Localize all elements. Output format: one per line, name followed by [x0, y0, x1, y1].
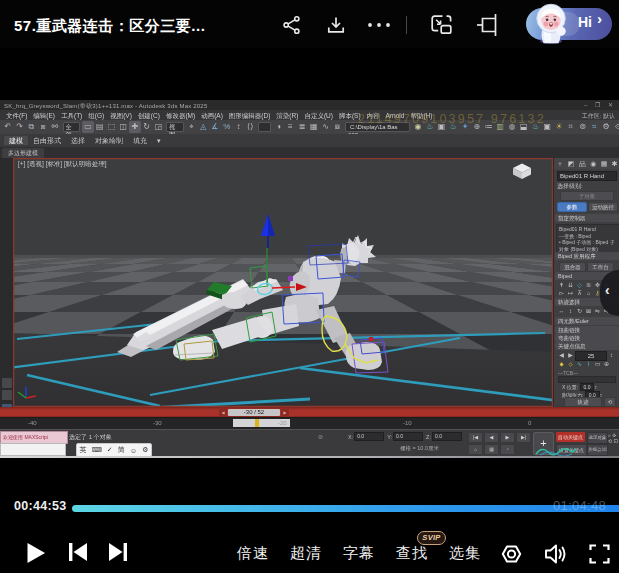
- playback-icon[interactable]: ◀: [484, 432, 499, 443]
- pip-icon[interactable]: [430, 14, 454, 34]
- rollout-bend-links[interactable]: 弯曲链接: [555, 334, 619, 342]
- share-icon[interactable]: [282, 15, 302, 35]
- fullscreen-icon[interactable]: [589, 544, 610, 568]
- command-panel-tab[interactable]: ✱: [612, 159, 618, 169]
- menu-item[interactable]: 动画(A): [198, 112, 226, 119]
- select-object-icon[interactable]: ▭: [82, 121, 94, 133]
- mixer-mode-icon[interactable]: ≋: [584, 281, 593, 289]
- time-slider-handle[interactable]: -30 / 52: [228, 409, 280, 416]
- lock-com-icon[interactable]: ⊠: [584, 307, 593, 315]
- menu-item[interactable]: 视图(V): [107, 112, 135, 119]
- ribbon-tab[interactable]: 建模: [4, 136, 28, 145]
- footstep-mode-icon[interactable]: ⇊: [566, 281, 575, 289]
- max-time-slider[interactable]: ◀ -30 / 52 ▶: [0, 407, 619, 417]
- play-button[interactable]: [26, 542, 46, 568]
- frame-forward-button[interactable]: ▶: [281, 409, 289, 416]
- ik-icon[interactable]: ⌇: [584, 360, 593, 368]
- maxscript-listener[interactable]: [0, 443, 66, 456]
- reference-coordsys-field[interactable]: 视图: [166, 122, 183, 132]
- frame-back-button[interactable]: ◀: [219, 409, 227, 416]
- trajectories-button[interactable]: 轨迹: [564, 397, 602, 406]
- menu-item[interactable]: 文件(F): [3, 112, 30, 119]
- menu-item[interactable]: 编辑(E): [30, 112, 58, 119]
- more-icon[interactable]: [367, 15, 391, 35]
- ribbon-tab[interactable]: 自由形式: [28, 136, 66, 145]
- menu-item[interactable]: 修改器(M): [163, 112, 198, 119]
- selection-filter-field[interactable]: 全部: [63, 122, 80, 132]
- next-episode-button[interactable]: [108, 542, 128, 566]
- coord-y-field[interactable]: 0.0: [393, 432, 423, 441]
- ribbon-tab[interactable]: 选择: [66, 136, 90, 145]
- command-panel-tab[interactable]: ▦: [601, 159, 608, 169]
- scale-stride-icon[interactable]: ⊼: [575, 289, 584, 297]
- rollout-biped-apps[interactable]: Biped 应用程序: [555, 252, 619, 260]
- volume-icon[interactable]: [544, 543, 568, 569]
- body-rotation-icon[interactable]: ↻: [575, 307, 584, 315]
- playback-speed-button[interactable]: 倍速: [237, 544, 269, 563]
- set-key-icon[interactable]: ⬥: [557, 360, 566, 368]
- ime-icon[interactable]: ⌨: [92, 446, 102, 454]
- command-panel-tab[interactable]: ◉: [590, 159, 596, 169]
- quality-button[interactable]: 超清: [290, 544, 322, 563]
- named-selection-field[interactable]: [258, 122, 271, 132]
- key-filters-button[interactable]: 关键点过滤器..: [587, 444, 608, 456]
- command-panel-tab[interactable]: ◩: [568, 159, 575, 169]
- previous-episode-button[interactable]: [68, 542, 88, 566]
- viewport-nav-icons[interactable]: ⌕ ✥⟲ ⊡: [608, 432, 619, 444]
- max-viewport[interactable]: [+] [透视] [标准] [默认明暗处理]: [13, 158, 553, 407]
- sub-object-button[interactable]: 子对象: [560, 191, 614, 201]
- playback-icon[interactable]: |◀: [468, 432, 483, 443]
- selection-set-dropdown[interactable]: 选定对象: [587, 432, 608, 444]
- keyframe-marker[interactable]: [255, 419, 259, 427]
- ribbon-collapse-icon[interactable]: ▾: [152, 136, 166, 145]
- menu-item[interactable]: 创建(C): [135, 112, 163, 119]
- motion-paths-button[interactable]: 运动路径: [588, 202, 618, 212]
- viewport-label[interactable]: [+] [透视] [标准] [默认明暗处理]: [18, 160, 107, 168]
- command-panel-tab[interactable]: 品: [579, 159, 586, 169]
- delete-key-icon[interactable]: ⬦: [566, 360, 575, 368]
- playback-icon[interactable]: ▶|: [516, 432, 531, 443]
- command-panel-tab[interactable]: ＋: [556, 159, 563, 169]
- ime-icon[interactable]: 简: [118, 445, 125, 455]
- coord-x-field[interactable]: 0.0: [354, 432, 384, 441]
- symmetry-icon[interactable]: ⇋: [593, 307, 602, 315]
- motion-flow-icon[interactable]: ◇: [575, 281, 584, 289]
- spinner-x-position[interactable]: X 位置: 0.0↕: [562, 384, 597, 390]
- menu-item[interactable]: 工具(T): [58, 112, 85, 119]
- isolate-toggle-icon[interactable]: ⊘: [318, 433, 327, 440]
- rollout-quaternion[interactable]: 四元数/Euler: [555, 317, 619, 325]
- object-name-field[interactable]: Biped01 R Hand: [557, 171, 617, 181]
- ime-icon[interactable]: ☺: [130, 447, 137, 454]
- menu-item[interactable]: 渲染(R): [273, 112, 301, 119]
- rubber-band-icon[interactable]: ↦: [566, 289, 575, 297]
- tree-line[interactable]: • Biped 子动画 : Biped 子: [559, 239, 619, 246]
- parameters-button[interactable]: 参数: [557, 202, 587, 212]
- rollout-twist-links[interactable]: 扭曲链接: [555, 326, 619, 334]
- ribbon-tab[interactable]: 填充: [128, 136, 152, 145]
- menu-item[interactable]: 自定义(U): [301, 112, 336, 119]
- controller-tree[interactable]: Biped01 R Hand一变换 : Biped• Biped 子动画 : B…: [556, 224, 619, 254]
- menu-item[interactable]: 图形编辑器(D): [226, 112, 274, 119]
- coord-z-field[interactable]: 0.0: [432, 432, 462, 441]
- ime-icon[interactable]: 英: [80, 445, 87, 455]
- playback-icon[interactable]: ▶: [500, 432, 515, 443]
- workbench-button[interactable]: 工作台: [587, 262, 614, 272]
- collapse-button[interactable]: ⟲: [604, 397, 616, 406]
- free-key-icon[interactable]: ▭: [593, 360, 602, 368]
- mixer-button[interactable]: 混合器: [559, 262, 586, 272]
- video-frame[interactable]: SK_hrq_Greysword_Slam(带砍3)1++131.max - A…: [0, 100, 619, 458]
- in-place-icon[interactable]: ⌂: [584, 289, 593, 297]
- search-button[interactable]: 查找: [396, 544, 428, 563]
- download-icon[interactable]: [326, 15, 346, 35]
- progress-bar[interactable]: [72, 505, 619, 512]
- ime-language-bar[interactable]: 英⌨✓简☺⚙: [76, 443, 152, 457]
- move-icon[interactable]: ✛: [129, 121, 141, 133]
- ime-icon[interactable]: ✓: [107, 446, 113, 454]
- body-horizontal-icon[interactable]: ↔: [557, 307, 566, 315]
- rollout-assign-controller[interactable]: 指定控制器: [555, 214, 619, 222]
- subtitle-button[interactable]: 字幕: [343, 544, 375, 563]
- buffer-icon[interactable]: ▻: [557, 289, 566, 297]
- key-control-icon[interactable]: ▦: [484, 444, 499, 455]
- ime-icon[interactable]: ⚙: [142, 446, 148, 454]
- figure-mode-icon[interactable]: ✝: [557, 281, 566, 289]
